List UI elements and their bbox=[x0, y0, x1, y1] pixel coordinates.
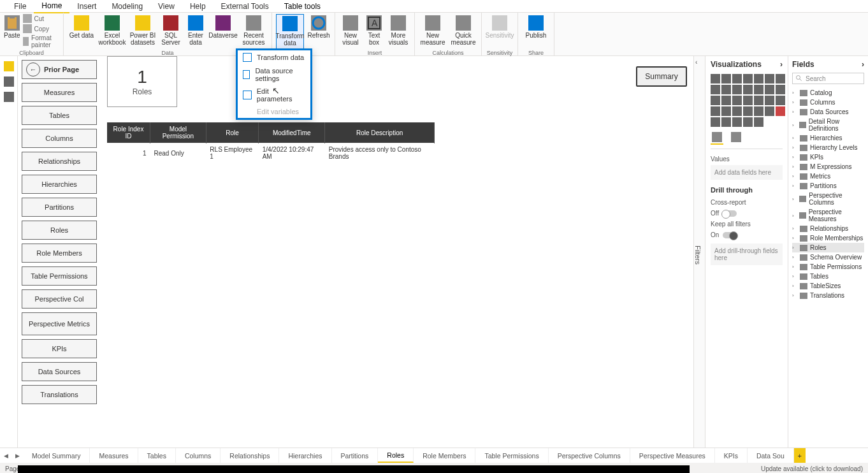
viz-type-icon[interactable] bbox=[754, 117, 763, 127]
page-tab-model-summary[interactable]: Model Summary bbox=[23, 448, 90, 463]
viz-type-icon[interactable] bbox=[776, 74, 785, 84]
more-visuals-button[interactable]: More visuals bbox=[386, 14, 410, 50]
recent-sources-button[interactable]: Recent sources bbox=[240, 14, 268, 50]
viz-type-icon[interactable] bbox=[765, 106, 774, 116]
viz-type-icon[interactable] bbox=[721, 85, 731, 94]
tab-help[interactable]: Help bbox=[182, 0, 213, 13]
nav-hierarchies[interactable]: Hierarchies bbox=[22, 175, 97, 194]
viz-type-icon[interactable] bbox=[721, 96, 731, 105]
report-view-icon[interactable] bbox=[4, 61, 14, 71]
nav-roles[interactable]: Roles bbox=[22, 221, 97, 240]
table-row[interactable]: 1 Read Only RLS Employee 1 1/4/2022 10:2… bbox=[107, 143, 435, 163]
add-page-button[interactable]: + bbox=[794, 448, 806, 463]
viz-type-icon[interactable] bbox=[721, 117, 731, 127]
field-item-hierarchies[interactable]: ›Hierarchies bbox=[792, 133, 864, 143]
viz-type-icon[interactable] bbox=[754, 96, 763, 105]
menu-data-source-settings[interactable]: Data source settings bbox=[238, 64, 310, 85]
field-item-schema-overview[interactable]: ›Schema Overview bbox=[792, 252, 864, 262]
field-item-data-sources[interactable]: ›Data Sources bbox=[792, 107, 864, 117]
col-role[interactable]: Role bbox=[206, 122, 258, 143]
menu-edit-parameters[interactable]: Edit parameters bbox=[238, 85, 310, 105]
tab-table-tools[interactable]: Table tools bbox=[277, 0, 328, 13]
field-item-tables[interactable]: ›Tables bbox=[792, 272, 864, 281]
viz-type-icon[interactable] bbox=[711, 74, 720, 84]
viz-type-icon[interactable] bbox=[732, 85, 742, 94]
nav-kpis[interactable]: KPIs bbox=[22, 339, 97, 358]
format-tab[interactable] bbox=[730, 132, 742, 145]
model-view-icon[interactable] bbox=[4, 92, 14, 102]
nav-measures[interactable]: Measures bbox=[22, 83, 97, 102]
page-tab-relationships[interactable]: Relationships bbox=[221, 448, 279, 463]
get-data-button[interactable]: Get data bbox=[68, 14, 96, 50]
viz-type-icon[interactable] bbox=[721, 74, 731, 84]
viz-type-icon[interactable] bbox=[776, 96, 785, 105]
col-modified-time[interactable]: ModifiedTime bbox=[259, 122, 325, 143]
page-tab-table-permissions[interactable]: Table Permissions bbox=[475, 448, 548, 463]
field-item-perspective-columns[interactable]: ›Perspective Columns bbox=[792, 191, 864, 207]
chevron-right-icon[interactable]: › bbox=[862, 60, 864, 69]
nav-translations[interactable]: Translations bbox=[22, 385, 97, 404]
field-item-table-permissions[interactable]: ›Table Permissions bbox=[792, 262, 864, 272]
viz-type-icon[interactable] bbox=[732, 74, 742, 84]
page-tab-perspective-measures[interactable]: Perspective Measures bbox=[630, 448, 715, 463]
format-painter-button[interactable]: Format painter bbox=[23, 34, 59, 48]
viz-type-icon[interactable] bbox=[732, 117, 742, 127]
field-item-roles[interactable]: ›Roles bbox=[792, 243, 864, 252]
new-visual-button[interactable]: New visual bbox=[339, 14, 362, 50]
field-item-m-expressions[interactable]: ›M Expressions bbox=[792, 162, 864, 171]
tab-view[interactable]: View bbox=[150, 0, 182, 13]
page-tab-measures[interactable]: Measures bbox=[90, 448, 138, 463]
page-tab-kpis[interactable]: KPIs bbox=[715, 448, 748, 463]
viz-type-icon[interactable] bbox=[743, 106, 753, 116]
viz-type-icon[interactable] bbox=[711, 96, 720, 105]
viz-type-icon[interactable] bbox=[721, 106, 731, 116]
page-tab-columns[interactable]: Columns bbox=[176, 448, 221, 463]
nav-perspective-col[interactable]: Perspective Col bbox=[22, 289, 97, 309]
enter-data-button[interactable]: Enter data bbox=[185, 14, 206, 50]
viz-type-icon[interactable] bbox=[754, 74, 763, 84]
field-item-tablesizes[interactable]: ›TableSizes bbox=[792, 281, 864, 291]
copy-button[interactable]: Copy bbox=[23, 24, 59, 33]
viz-type-icon[interactable] bbox=[743, 96, 753, 105]
field-item-translations[interactable]: ›Translations bbox=[792, 291, 864, 300]
tab-insert[interactable]: Insert bbox=[69, 0, 104, 13]
field-item-partitions[interactable]: ›Partitions bbox=[792, 181, 864, 191]
viz-type-icon[interactable] bbox=[732, 106, 742, 116]
col-model-permission[interactable]: Model Permission bbox=[150, 122, 206, 143]
refresh-button[interactable]: Refresh bbox=[307, 14, 331, 50]
update-available-link[interactable]: Update available (click to download) bbox=[761, 465, 863, 472]
viz-type-icon[interactable] bbox=[754, 85, 763, 94]
viz-type-icon[interactable] bbox=[776, 106, 785, 116]
field-item-metrics[interactable]: ›Metrics bbox=[792, 171, 864, 181]
field-item-kpis[interactable]: ›KPIs bbox=[792, 152, 864, 162]
filters-pane-collapsed[interactable]: ‹ Filters bbox=[693, 56, 705, 448]
page-tab-perspective-columns[interactable]: Perspective Columns bbox=[549, 448, 630, 463]
viz-type-icon[interactable] bbox=[743, 117, 753, 127]
excel-workbook-button[interactable]: Excel workbook bbox=[98, 14, 126, 50]
powerbi-datasets-button[interactable]: Power BI datasets bbox=[129, 14, 157, 50]
new-measure-button[interactable]: New measure bbox=[419, 14, 447, 50]
cross-report-toggle[interactable]: Off bbox=[711, 210, 783, 217]
viz-type-icon[interactable] bbox=[765, 74, 774, 84]
prior-page-button[interactable]: ← Prior Page bbox=[22, 60, 97, 79]
viz-type-icon[interactable] bbox=[743, 74, 753, 84]
tab-file[interactable]: File bbox=[6, 0, 34, 13]
menu-transform-data[interactable]: Transform data bbox=[238, 50, 310, 64]
nav-relationships[interactable]: Relationships bbox=[22, 152, 97, 171]
dataverse-button[interactable]: Dataverse bbox=[209, 14, 237, 50]
transform-data-button[interactable]: Transform data bbox=[276, 14, 304, 50]
page-tab-data-sou[interactable]: Data Sou bbox=[748, 448, 794, 463]
page-tab-role-members[interactable]: Role Members bbox=[414, 448, 475, 463]
tabs-scroll-right[interactable]: ▶ bbox=[11, 448, 23, 463]
sql-server-button[interactable]: SQL Server bbox=[159, 14, 182, 50]
page-tab-tables[interactable]: Tables bbox=[138, 448, 176, 463]
viz-type-icon[interactable] bbox=[732, 96, 742, 105]
publish-button[interactable]: Publish bbox=[522, 14, 550, 50]
paste-button[interactable]: Paste bbox=[4, 14, 20, 50]
tab-external-tools[interactable]: External Tools bbox=[213, 0, 277, 13]
field-item-role-memberships[interactable]: ›Role Memberships bbox=[792, 233, 864, 243]
roles-count-card[interactable]: 1 Roles bbox=[107, 56, 177, 107]
quick-measure-button[interactable]: Quick measure bbox=[449, 14, 477, 50]
viz-type-icon[interactable] bbox=[754, 106, 763, 116]
field-item-perspective-measures[interactable]: ›Perspective Measures bbox=[792, 207, 864, 224]
